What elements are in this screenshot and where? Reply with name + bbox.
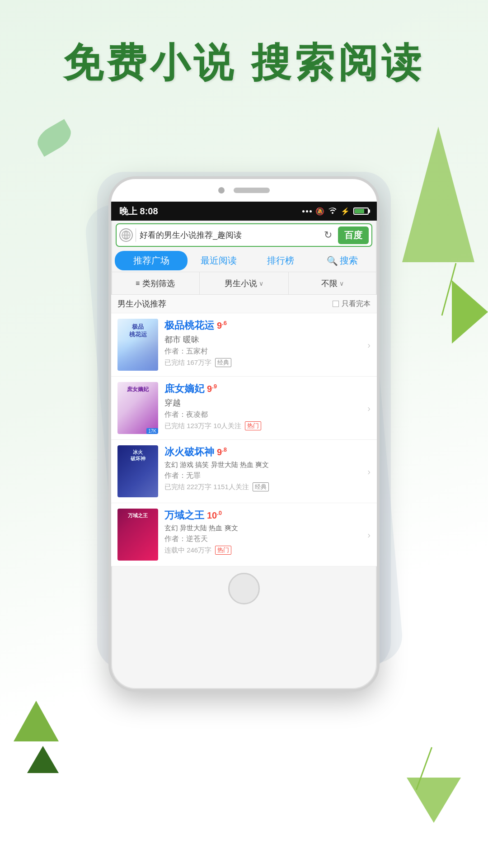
- browser-globe-icon: [119, 228, 133, 242]
- baidu-search-button[interactable]: 百度: [338, 226, 369, 244]
- book-title-4: 万域之王: [164, 509, 204, 522]
- book-meta-2: 已完结 123万字 10人关注 热门: [164, 421, 371, 430]
- signal-icon: [302, 210, 312, 212]
- chevron-down-icon: ∨: [259, 280, 263, 287]
- section-header: 男生小说推荐 只看完本: [111, 295, 377, 313]
- chevron-right-icon-2: ›: [367, 403, 371, 413]
- book-info-1: 极品桃花运 9.6 都市 暖昧 作者：五家村 已完结 167万字 经典: [164, 319, 371, 371]
- book-cover-2: 庶女嫡妃 17K: [117, 382, 158, 434]
- filter-gender[interactable]: 男生小说 ∨: [200, 272, 288, 294]
- book-item-2[interactable]: 庶女嫡妃 17K 庶女嫡妃 9.9 穿越 作者：夜凌都 已完结 123万字 10…: [111, 377, 377, 440]
- book-list: 极品桃花运 极品桃花运 9.6 都市 暖昧 作者：五家村 已完结 167万字: [111, 313, 377, 566]
- browser-divider: [136, 228, 136, 242]
- book-meta-3: 已完结 222万字 1151人关注 经典: [164, 482, 371, 491]
- book-badge-2: 热门: [245, 421, 261, 430]
- deco-leaf-top-left: [33, 119, 75, 156]
- deco-line-bottom-right: [416, 747, 432, 790]
- hamburger-icon: ≡: [136, 279, 140, 288]
- deco-triangle-right-mid: [452, 280, 488, 344]
- tab-recommend[interactable]: 推荐广场: [115, 251, 188, 270]
- deco-triangle-left-bottom-2: [27, 746, 59, 773]
- book-title-2: 庶女嫡妃: [164, 382, 204, 396]
- book-author-1: 作者：五家村: [164, 347, 371, 356]
- browser-bar[interactable]: 好看的男生小说推荐_趣阅读 ↻ 百度: [116, 223, 372, 247]
- mute-icon: 🔕: [315, 207, 324, 216]
- deco-triangle-bottom-right: [407, 778, 461, 823]
- book-cover-3: 冰火破坏神: [117, 445, 158, 497]
- cover-text-4: 万域之王: [117, 512, 158, 519]
- battery-icon: [353, 208, 369, 215]
- cover-text-2: 庶女嫡妃: [117, 386, 158, 393]
- tab-recent[interactable]: 最近阅读: [188, 250, 249, 271]
- book-badge-4: 热门: [215, 546, 231, 555]
- browser-refresh-button[interactable]: ↻: [320, 227, 336, 243]
- book-info-2: 庶女嫡妃 9.9 穿越 作者：夜凌都 已完结 123万字 10人关注 热门: [164, 382, 371, 434]
- book-badge-1: 经典: [215, 358, 231, 367]
- book-rating-1: 9.6: [217, 320, 227, 331]
- phone-top-bar: [111, 179, 377, 202]
- browser-url[interactable]: 好看的男生小说推荐_趣阅读: [140, 230, 320, 241]
- filter-category[interactable]: ≡ 类别筛选: [111, 272, 200, 294]
- status-icons: 🔕 ⚡: [302, 207, 369, 216]
- status-bar: 晚上 8:08 🔕 ⚡: [111, 202, 377, 221]
- cover-text-3: 冰火破坏神: [117, 449, 158, 462]
- phone-wrapper: 晚上 8:08 🔕 ⚡: [108, 176, 380, 755]
- book-meta-1: 已完结 167万字 经典: [164, 358, 371, 367]
- book-title-row-1: 极品桃花运 9.6: [164, 319, 371, 332]
- status-time: 晚上 8:08: [119, 205, 158, 217]
- book-item-1[interactable]: 极品桃花运 极品桃花运 9.6 都市 暖昧 作者：五家村 已完结 167万字: [111, 313, 377, 377]
- book-info-4: 万域之王 10.0 玄幻 异世大陆 热血 爽文 作者：逆苍天 连载中 246万字…: [164, 509, 371, 561]
- book-cover-1: 极品桃花运: [117, 319, 158, 371]
- section-title: 男生小说推荐: [117, 298, 166, 309]
- book-title-row-4: 万域之王 10.0: [164, 509, 371, 522]
- chevron-down-icon-2: ∨: [339, 280, 344, 287]
- book-item-4[interactable]: 万域之王 万域之王 10.0 玄幻 异世大陆 热血 爽文 作者：逆苍天 连载中 …: [111, 503, 377, 566]
- front-camera: [218, 187, 225, 193]
- book-genre-4: 玄幻 异世大陆 热血 爽文: [164, 524, 371, 533]
- phone-speaker: [234, 188, 270, 193]
- book-genre-1: 都市 暖昧: [164, 334, 371, 345]
- phone-outer: 晚上 8:08 🔕 ⚡: [108, 176, 380, 692]
- book-genre-2: 穿越: [164, 397, 371, 408]
- chevron-right-icon-3: ›: [367, 466, 371, 476]
- book-badge-3: 经典: [253, 482, 269, 491]
- book-author-3: 作者：无罪: [164, 471, 371, 481]
- book-title-row-3: 冰火破坏神 9.8: [164, 445, 371, 459]
- home-button[interactable]: [228, 573, 260, 604]
- chevron-right-icon-1: ›: [367, 340, 371, 350]
- book-rating-4: 10.0: [207, 509, 222, 521]
- book-author-4: 作者：逆苍天: [164, 534, 371, 544]
- only-complete-checkbox[interactable]: [333, 301, 339, 307]
- cover-text-1: 极品桃花运: [117, 323, 158, 339]
- only-complete-label: 只看完本: [342, 299, 371, 309]
- book-item-3[interactable]: 冰火破坏神 冰火破坏神 9.8 玄幻 游戏 搞笑 异世大陆 热血 爽文 作者：无…: [111, 440, 377, 503]
- deco-triangle-top-right: [402, 127, 474, 262]
- book-info-3: 冰火破坏神 9.8 玄幻 游戏 搞笑 异世大陆 热血 爽文 作者：无罪 已完结 …: [164, 445, 371, 497]
- cover-badge-2: 17K: [146, 428, 158, 434]
- chevron-right-icon-4: ›: [367, 529, 371, 540]
- filter-limit[interactable]: 不限 ∨: [289, 272, 377, 294]
- search-icon: 🔍: [327, 255, 338, 266]
- book-title-3: 冰火破坏神: [164, 445, 214, 459]
- book-cover-4: 万域之王: [117, 509, 158, 561]
- book-author-2: 作者：夜凌都: [164, 410, 371, 420]
- book-rating-3: 9.8: [217, 446, 227, 458]
- tab-ranking[interactable]: 排行榜: [249, 250, 311, 271]
- book-title-row-2: 庶女嫡妃 9.9: [164, 382, 371, 396]
- only-complete-toggle[interactable]: 只看完本: [333, 299, 371, 309]
- deco-line-right: [441, 263, 457, 316]
- filter-bar: ≡ 类别筛选 男生小说 ∨ 不限 ∨: [111, 272, 377, 295]
- nav-tabs: 推荐广场 最近阅读 排行榜 🔍 搜索: [111, 250, 377, 272]
- book-rating-2: 9.9: [207, 383, 217, 394]
- book-meta-4: 连载中 246万字 热门: [164, 546, 371, 555]
- book-title-1: 极品桃花运: [164, 319, 214, 332]
- charging-icon: ⚡: [341, 207, 350, 216]
- headline-text: 免费小说 搜索阅读: [0, 36, 488, 90]
- wifi-icon: [328, 207, 337, 216]
- tab-search[interactable]: 🔍 搜索: [311, 250, 373, 271]
- deco-triangle-left-bottom: [14, 701, 59, 741]
- book-genre-3: 玄幻 游戏 搞笑 异世大陆 热血 爽文: [164, 461, 371, 469]
